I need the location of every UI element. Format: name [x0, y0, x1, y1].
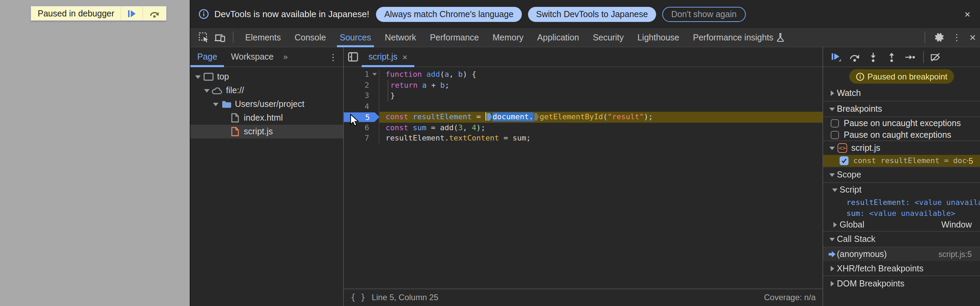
expander-caret-icon[interactable]: [204, 89, 209, 92]
section-watch[interactable]: Watch: [823, 86, 980, 101]
breakpoint-entry-checkbox[interactable]: [840, 156, 848, 165]
devtools-close-icon[interactable]: ×: [965, 31, 980, 43]
more-tabs-icon[interactable]: »: [280, 52, 290, 62]
code-line-3[interactable]: 3}: [344, 91, 822, 101]
overlay-step-over-button[interactable]: [143, 7, 166, 20]
code-token: ,: [449, 70, 458, 79]
inspect-element-icon[interactable]: [198, 32, 209, 43]
scope-script-row[interactable]: Script: [823, 183, 980, 197]
code-line-content[interactable]: return a + b;: [379, 80, 822, 91]
breakpoint-entry-row[interactable]: const resultElement = doc⋯ 5: [823, 155, 980, 167]
always-match-language-button[interactable]: Always match Chrome's language: [376, 6, 522, 22]
pause-caught-row[interactable]: Pause on caught exceptions: [823, 129, 980, 140]
tab-console[interactable]: Console: [288, 28, 333, 47]
tree-item-users-user-project[interactable]: Users/user/project: [190, 97, 343, 111]
line-gutter[interactable]: 7: [344, 133, 379, 143]
line-gutter[interactable]: 5: [344, 112, 379, 122]
infobar-close-icon[interactable]: ×: [961, 8, 973, 20]
code-editor[interactable]: 1function add(a, b) {2return a + b;3}45c…: [344, 67, 822, 288]
more-options-icon[interactable]: ⋮: [948, 32, 965, 43]
dont-show-again-button[interactable]: Don't show again: [662, 6, 745, 22]
tab-performance[interactable]: Performance: [423, 28, 485, 47]
continue-to-location-marker[interactable]: [534, 113, 539, 121]
code-line-content[interactable]: resultElement.textContent = sum;: [379, 133, 822, 143]
section-xhr-breakpoints[interactable]: XHR/fetch Breakpoints: [823, 261, 980, 276]
code-line-4[interactable]: 4: [344, 101, 822, 112]
editor-tab-close-icon[interactable]: ×: [402, 52, 407, 62]
section-scope[interactable]: Scope: [823, 167, 980, 182]
line-gutter[interactable]: 4: [344, 101, 379, 112]
toggle-navigator-icon[interactable]: [344, 52, 361, 62]
info-icon: [199, 9, 209, 19]
line-gutter[interactable]: 1: [344, 69, 379, 80]
tab-elements[interactable]: Elements: [238, 28, 288, 47]
code-line-2[interactable]: 2return a + b;: [344, 80, 822, 91]
tab-security[interactable]: Security: [586, 28, 630, 47]
breakpoint-marker[interactable]: 5: [344, 112, 379, 122]
editor-pane: script.js × 1function add(a, b) {2return…: [344, 47, 822, 306]
pretty-print-icon[interactable]: { }: [351, 293, 365, 302]
line-gutter[interactable]: 6: [344, 122, 379, 133]
tree-item-script-js[interactable]: script.js: [190, 125, 343, 139]
switch-to-japanese-button[interactable]: Switch DevTools to Japanese: [528, 6, 656, 22]
settings-gear-icon[interactable]: [930, 32, 948, 43]
tab-memory[interactable]: Memory: [486, 28, 530, 47]
pause-uncaught-checkbox[interactable]: [831, 119, 839, 127]
expander-caret-icon[interactable]: [195, 75, 200, 78]
tree-item-file-[interactable]: file://: [190, 84, 343, 97]
tab-sources[interactable]: Sources: [333, 28, 378, 47]
code-line-content[interactable]: const resultElement = document.getElemen…: [379, 112, 822, 122]
scope-var-name: sum: [846, 209, 860, 218]
fold-caret-icon[interactable]: [372, 73, 377, 76]
code-line-content[interactable]: const sum = add(3, 4);: [379, 122, 822, 133]
step-into-button[interactable]: [868, 51, 879, 62]
code-line-content[interactable]: [379, 101, 822, 112]
pause-caught-checkbox[interactable]: [831, 131, 839, 139]
code-token: a: [422, 81, 426, 89]
tab-label: Elements: [245, 33, 281, 42]
scope-var-row[interactable]: sum: <value unavailable>: [823, 208, 980, 218]
tab-performance-insights[interactable]: Performance insights: [686, 28, 791, 47]
code-line-6[interactable]: 6const sum = add(3, 4);: [344, 122, 822, 133]
device-toolbar-icon[interactable]: [214, 32, 225, 43]
tab-lighthouse[interactable]: Lighthouse: [630, 28, 686, 47]
step-out-button[interactable]: [886, 51, 897, 62]
folder-icon: [221, 99, 231, 109]
code-line-content[interactable]: }: [379, 91, 822, 101]
tab-application[interactable]: Application: [530, 28, 586, 47]
step-button[interactable]: [905, 51, 916, 62]
code-line-1[interactable]: 1function add(a, b) {: [344, 69, 822, 80]
line-number: 4: [365, 101, 369, 112]
pause-uncaught-row[interactable]: Pause on uncaught exceptions: [823, 117, 980, 129]
scope-var-row[interactable]: resultElement: <value unavailable>: [823, 197, 980, 208]
call-stack-frame-row[interactable]: (anonymous) script.js:5: [823, 247, 980, 261]
editor-tab-script-js[interactable]: script.js ×: [361, 47, 414, 67]
code-line-5[interactable]: 5const resultElement = document.getEleme…: [344, 112, 822, 122]
code-line-7[interactable]: 7resultElement.textContent = sum;: [344, 133, 822, 143]
code-token: return: [390, 81, 418, 89]
section-breakpoints[interactable]: Breakpoints: [823, 101, 980, 116]
scope-global-row[interactable]: Global Window: [823, 218, 980, 231]
breakpoint-entry-line: 5: [969, 156, 976, 166]
tree-item-index-html[interactable]: index.html: [190, 111, 343, 125]
tab-workspace[interactable]: Workspace: [224, 47, 280, 67]
resume-script-button[interactable]: [831, 51, 842, 62]
deactivate-breakpoints-button[interactable]: [930, 51, 941, 62]
step-over-button[interactable]: [849, 51, 860, 62]
navigator-menu-dots-icon[interactable]: ⋮: [323, 52, 343, 62]
overlay-resume-button[interactable]: [121, 7, 143, 20]
line-gutter[interactable]: 2: [344, 80, 379, 91]
code-line-content[interactable]: function add(a, b) {: [379, 69, 822, 80]
devtools-window: DevTools is now available in Japanese! A…: [190, 0, 980, 306]
code-token: ,: [463, 123, 472, 132]
tree-item-top[interactable]: top: [190, 70, 343, 84]
breakpoint-group-row[interactable]: <> script.js: [823, 141, 980, 155]
tab-network[interactable]: Network: [378, 28, 423, 47]
continue-to-location-marker[interactable]: [487, 113, 492, 121]
line-gutter[interactable]: 3: [344, 91, 379, 101]
tab-page[interactable]: Page: [190, 47, 224, 67]
section-dom-breakpoints[interactable]: DOM Breakpoints: [823, 276, 980, 290]
expander-caret-icon[interactable]: [213, 102, 218, 106]
breakpoints-label: Breakpoints: [837, 104, 882, 114]
section-call-stack[interactable]: Call Stack: [823, 232, 980, 247]
